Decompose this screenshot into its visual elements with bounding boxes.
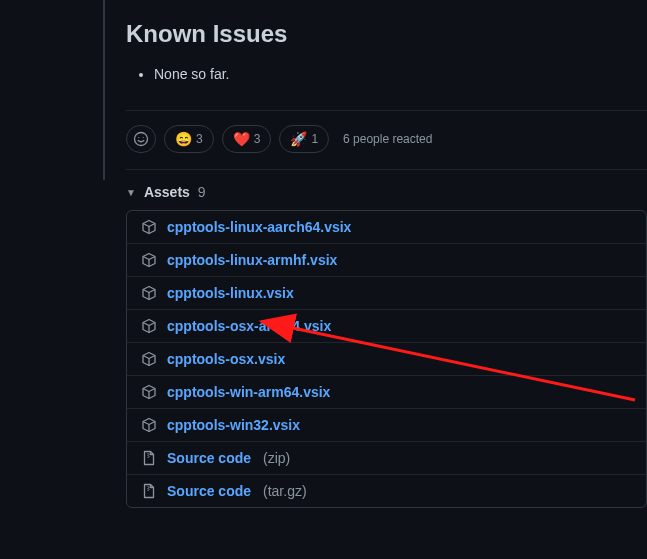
asset-link[interactable]: cpptools-linux.vsix xyxy=(167,285,294,301)
asset-row: cpptools-win-arm64.vsix xyxy=(127,375,646,408)
file-zip-icon xyxy=(141,483,157,499)
reaction-laugh-button[interactable]: 😄 3 xyxy=(164,125,214,153)
svg-point-0 xyxy=(135,133,148,146)
package-icon xyxy=(141,318,157,334)
package-icon xyxy=(141,219,157,235)
smiley-icon xyxy=(133,131,149,147)
emoji-heart: ❤️ xyxy=(233,131,250,147)
package-icon xyxy=(141,351,157,367)
timeline-border xyxy=(103,0,105,180)
asset-row: cpptools-osx-arm64.vsix xyxy=(127,309,646,342)
asset-link[interactable]: cpptools-win32.vsix xyxy=(167,417,300,433)
assets-toggle[interactable]: ▼ Assets 9 xyxy=(126,170,647,210)
asset-row: Source code (zip) xyxy=(127,441,646,474)
assets-label: Assets xyxy=(144,184,190,200)
caret-down-icon: ▼ xyxy=(126,187,136,198)
package-icon xyxy=(141,285,157,301)
reactions-bar: 😄 3 ❤️ 3 🚀 1 6 people reacted xyxy=(126,111,647,167)
asset-row: cpptools-win32.vsix xyxy=(127,408,646,441)
svg-point-1 xyxy=(138,137,139,138)
reaction-heart-button[interactable]: ❤️ 3 xyxy=(222,125,272,153)
asset-link[interactable]: Source code xyxy=(167,450,251,466)
asset-link[interactable]: cpptools-linux-armhf.vsix xyxy=(167,252,337,268)
asset-row: cpptools-linux-armhf.vsix xyxy=(127,243,646,276)
assets-list: cpptools-linux-aarch64.vsixcpptools-linu… xyxy=(126,210,647,508)
add-reaction-button[interactable] xyxy=(126,125,156,153)
package-icon xyxy=(141,384,157,400)
asset-link[interactable]: Source code xyxy=(167,483,251,499)
asset-ext: (zip) xyxy=(263,450,290,466)
reaction-summary: 6 people reacted xyxy=(343,132,432,146)
known-issues-heading: Known Issues xyxy=(126,20,647,48)
reaction-rocket-button[interactable]: 🚀 1 xyxy=(279,125,329,153)
asset-row: cpptools-linux-aarch64.vsix xyxy=(127,211,646,243)
asset-link[interactable]: cpptools-linux-aarch64.vsix xyxy=(167,219,351,235)
reaction-count: 1 xyxy=(311,132,318,146)
package-icon xyxy=(141,252,157,268)
asset-link[interactable]: cpptools-osx.vsix xyxy=(167,351,285,367)
issues-list: None so far. xyxy=(126,66,647,82)
asset-row: cpptools-linux.vsix xyxy=(127,276,646,309)
svg-point-2 xyxy=(143,137,144,138)
asset-ext: (tar.gz) xyxy=(263,483,307,499)
reaction-count: 3 xyxy=(196,132,203,146)
issue-item: None so far. xyxy=(154,66,647,82)
package-icon xyxy=(141,417,157,433)
asset-link[interactable]: cpptools-win-arm64.vsix xyxy=(167,384,330,400)
reaction-count: 3 xyxy=(254,132,261,146)
asset-row: cpptools-osx.vsix xyxy=(127,342,646,375)
asset-row: Source code (tar.gz) xyxy=(127,474,646,507)
emoji-laugh: 😄 xyxy=(175,131,192,147)
assets-count: 9 xyxy=(198,184,206,200)
asset-link[interactable]: cpptools-osx-arm64.vsix xyxy=(167,318,331,334)
emoji-rocket: 🚀 xyxy=(290,131,307,147)
file-zip-icon xyxy=(141,450,157,466)
